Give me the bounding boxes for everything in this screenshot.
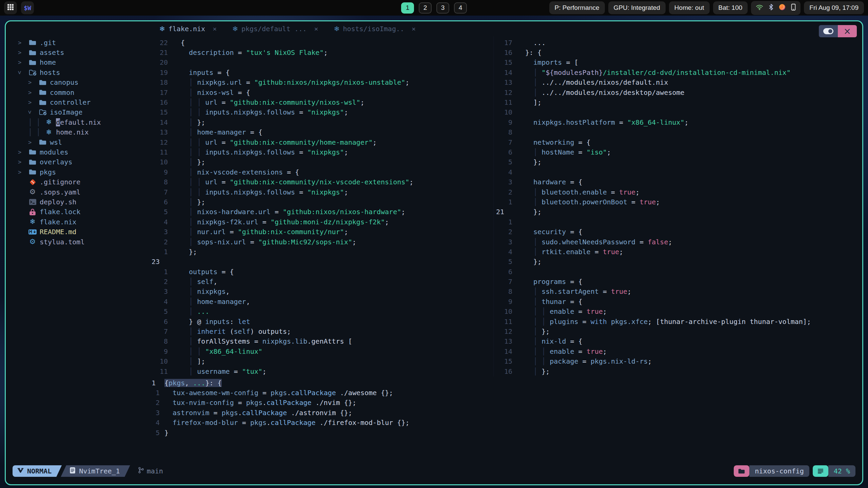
code-line[interactable]: 6 │ hostName = "iso"; bbox=[494, 147, 862, 157]
code-line[interactable]: 10 │ │ enable = true; bbox=[494, 307, 862, 317]
code-line[interactable]: 2 security = { bbox=[494, 227, 862, 237]
code-line[interactable]: 10 │ }; bbox=[150, 157, 493, 167]
tree-item-modules[interactable]: >modules bbox=[6, 147, 150, 157]
code-line[interactable]: 11 │ │ inputs.nixpkgs.follows = "nixpkgs… bbox=[150, 147, 493, 157]
tree-item--sops-yaml[interactable]: ⚙.sops.yaml bbox=[6, 187, 150, 197]
tree-item-flake-nix[interactable]: ❄flake.nix bbox=[6, 217, 150, 227]
tree-item-README-md[interactable]: README.md bbox=[6, 227, 150, 237]
code-line[interactable]: 13 │ ../../modules/nixos/default.nix bbox=[494, 78, 862, 87]
tab-flake-nix[interactable]: ❄flake.nix× bbox=[159, 25, 217, 33]
code-line[interactable]: 20 bbox=[150, 58, 493, 67]
code-line[interactable]: 7 networking = { bbox=[494, 137, 862, 147]
tree-item-hosts[interactable]: >hosts bbox=[6, 67, 150, 77]
code-line[interactable]: 15 │ │ package = pkgs.nix-ld-rs; bbox=[494, 357, 862, 366]
tree-item-wsl[interactable]: >wsl bbox=[6, 137, 150, 147]
code-line[interactable]: 8 │ forAllSystems = nixpkgs.lib.genAttrs… bbox=[150, 337, 493, 346]
code-line[interactable]: 10 │ ]; bbox=[150, 357, 493, 366]
tree-item-stylua-toml[interactable]: ⚙stylua.toml bbox=[6, 237, 150, 247]
code-line[interactable]: 1 }; bbox=[150, 247, 493, 257]
code-line[interactable]: 5 │ ... bbox=[150, 307, 493, 317]
tab-close-icon[interactable]: × bbox=[213, 25, 217, 33]
code-line[interactable]: 7 │ inherit (self) outputs; bbox=[150, 326, 493, 336]
code-line[interactable]: 9 │ thunar = { bbox=[494, 297, 862, 306]
workspace-button-3[interactable]: 3 bbox=[436, 2, 449, 14]
code-line[interactable]: 2 │ self, bbox=[150, 277, 493, 286]
code-line[interactable]: 19 inputs = { bbox=[150, 67, 493, 77]
code-line[interactable]: 5 │ nixos-hardware.url = "github:nixos/n… bbox=[150, 207, 493, 217]
code-line[interactable]: 15 │ │ inputs.nixpkgs.follows = "nixpkgs… bbox=[150, 107, 493, 117]
code-line[interactable]: 5 }; bbox=[494, 157, 862, 167]
tree-item-common[interactable]: >common bbox=[6, 87, 150, 97]
code-line[interactable]: 12 │ │ url = "github:nix-community/home-… bbox=[150, 137, 493, 147]
code-line[interactable]: 11 ]; bbox=[494, 97, 862, 107]
tree-item-flake-lock[interactable]: flake.lock bbox=[6, 207, 150, 217]
code-line[interactable]: 6 } @ inputs: let bbox=[150, 317, 493, 326]
tab-pkgs-default-[interactable]: ❄pkgs/default ...× bbox=[232, 25, 318, 33]
tree-item-canopus[interactable]: >canopus bbox=[6, 78, 150, 87]
code-line[interactable]: 16 │ }; bbox=[494, 366, 862, 376]
code-line[interactable]: 4 │ home-manager, bbox=[150, 297, 493, 306]
window-close-button[interactable]: × bbox=[838, 25, 857, 37]
tree-item-home-nix[interactable]: │ │ ❄home.nix bbox=[6, 127, 150, 137]
tree-item--gitignore[interactable]: .gitignore bbox=[6, 177, 150, 187]
tree-item-default-nix[interactable]: │ │ ❄default.nix bbox=[6, 117, 150, 127]
code-line[interactable]: 3 │ sudo.wheelNeedsPassword = false; bbox=[494, 237, 862, 247]
code-line[interactable]: 16 │ │ url = "github:nix-community/nixos… bbox=[150, 97, 493, 107]
bluetooth-icon[interactable] bbox=[769, 4, 773, 12]
tab-hosts-isoImag-[interactable]: ❄hosts/isoImag..× bbox=[334, 25, 416, 33]
code-line[interactable]: 3 astronvim = pkgs.callPackage ./astronv… bbox=[150, 408, 862, 418]
wifi-icon[interactable] bbox=[756, 4, 763, 12]
window-toggle-button[interactable] bbox=[819, 25, 838, 37]
code-line[interactable]: 7 programs = { bbox=[494, 277, 862, 286]
code-line[interactable]: 17 ... bbox=[494, 38, 862, 47]
firefox-icon[interactable] bbox=[779, 4, 786, 12]
code-line[interactable]: 4 bbox=[494, 167, 862, 177]
code-line[interactable]: 13 │ home-manager = { bbox=[150, 127, 493, 137]
code-line[interactable]: 12 │ ../../modules/nixos/desktop/awesome bbox=[494, 87, 862, 97]
tree-item-isoImage[interactable]: >isoImage bbox=[6, 107, 150, 117]
code-line[interactable]: 3 │ nixpkgs, bbox=[150, 287, 493, 297]
code-line[interactable]: 4 │ nixpkgs-f2k.url = "github:moni-dz/ni… bbox=[150, 217, 493, 227]
workspace-button-1[interactable]: 1 bbox=[401, 2, 414, 14]
code-line[interactable]: 5} bbox=[150, 428, 862, 438]
code-line[interactable]: 9 │ │ "x86_64-linux" bbox=[150, 346, 493, 356]
code-line[interactable]: 14 │ "${modulesPath}/installer/cd-dvd/in… bbox=[494, 67, 862, 77]
code-line[interactable]: 21 }; bbox=[494, 207, 862, 217]
code-line[interactable]: 14 │ │ enable = true; bbox=[494, 346, 862, 356]
code-line[interactable]: 8 bbox=[494, 127, 862, 137]
code-line[interactable]: 1 outputs = { bbox=[150, 267, 493, 277]
code-line[interactable]: 22{ bbox=[150, 38, 493, 47]
code-line[interactable]: 1 bbox=[494, 217, 862, 227]
tree-item-deploy-sh[interactable]: deploy.sh bbox=[6, 197, 150, 207]
workspace-button-2[interactable]: 2 bbox=[419, 2, 432, 14]
workspace-button-4[interactable]: 4 bbox=[454, 2, 467, 14]
code-line[interactable]: 2 │ bluetooth.enable = true; bbox=[494, 187, 862, 197]
code-line[interactable]: 15 imports = [ bbox=[494, 58, 862, 67]
phone-icon[interactable] bbox=[791, 4, 796, 12]
tree-item-overlays[interactable]: >overlays bbox=[6, 157, 150, 167]
code-line[interactable]: 5 }; bbox=[494, 257, 862, 267]
code-line[interactable]: 8 │ │ url = "github:nix-community/nix-vs… bbox=[150, 177, 493, 187]
tree-item-controller[interactable]: >controller bbox=[6, 97, 150, 107]
code-line[interactable]: 4 │ rtkit.enable = true; bbox=[494, 247, 862, 257]
code-line[interactable]: 11 │ │ plugins = with pkgs.xfce; [thunar… bbox=[494, 317, 862, 326]
tree-item-home[interactable]: >home bbox=[6, 58, 150, 67]
code-line[interactable]: 12 │ }; bbox=[494, 326, 862, 336]
code-line[interactable]: 9 nixpkgs.hostPlatform = "x86_64-linux"; bbox=[494, 117, 862, 127]
code-line[interactable]: 21 description = "tux's NixOS Flake"; bbox=[150, 47, 493, 57]
code-line[interactable]: 1 │ bluetooth.powerOnBoot = true; bbox=[494, 197, 862, 207]
code-line[interactable]: 1{pkgs, ...}: { bbox=[150, 378, 862, 388]
code-line[interactable]: 7 │ │ inputs.nixpkgs.follows = "nixpkgs"… bbox=[150, 187, 493, 197]
code-line[interactable]: 2 │ sops-nix.url = "github:Mic92/sops-ni… bbox=[150, 237, 493, 247]
code-line[interactable]: 11 │ username = "tux"; bbox=[150, 366, 493, 376]
code-line[interactable]: 10 bbox=[494, 107, 862, 117]
tab-close-icon[interactable]: × bbox=[412, 25, 416, 33]
tree-item-pkgs[interactable]: >pkgs bbox=[6, 167, 150, 177]
code-line[interactable]: 9 │ nix-vscode-extensions = { bbox=[150, 167, 493, 177]
code-line[interactable]: 13 │ nix-ld = { bbox=[494, 337, 862, 346]
wm-logo-button[interactable]: $W bbox=[21, 1, 34, 14]
tree-item--git[interactable]: >.git bbox=[6, 38, 150, 47]
tab-close-icon[interactable]: × bbox=[314, 25, 318, 33]
code-line[interactable]: 6 │ }; bbox=[150, 197, 493, 207]
code-line[interactable]: 3 │ nur.url = "github:nix-community/nur"… bbox=[150, 227, 493, 237]
